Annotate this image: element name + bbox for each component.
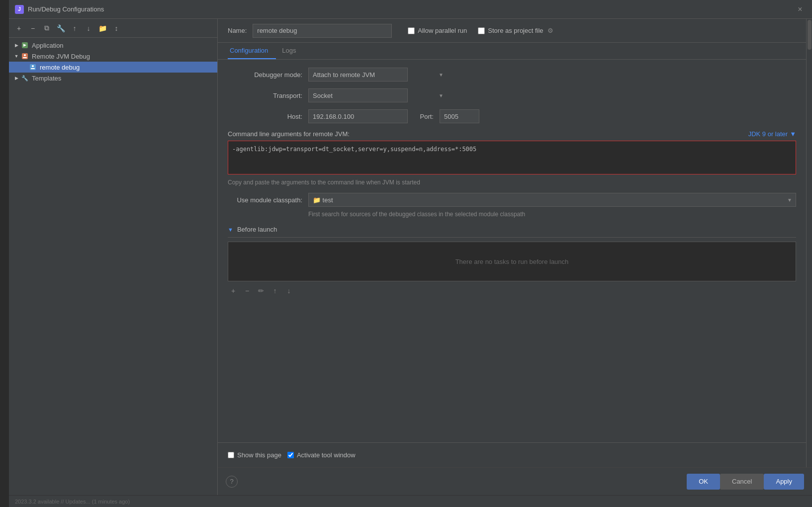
dialog-title: Run/Debug Configurations bbox=[28, 5, 794, 13]
wrench-icon: 🔧 bbox=[57, 24, 65, 32]
config-tree: ▶ Application ▼ bbox=[9, 38, 217, 495]
up-arrow-icon: ↑ bbox=[73, 24, 77, 32]
help-button[interactable]: ? bbox=[226, 476, 238, 488]
sort-button[interactable]: ↕ bbox=[110, 22, 122, 34]
dialog-footer: ? OK Cancel Apply bbox=[218, 467, 812, 495]
run-debug-dialog: J Run/Debug Configurations × + − ⧉ 🔧 bbox=[9, 0, 812, 507]
titlebar: J Run/Debug Configurations × bbox=[9, 0, 812, 19]
plus-icon: + bbox=[17, 24, 21, 32]
before-launch-arrow-icon[interactable]: ▼ bbox=[228, 227, 233, 233]
debugger-mode-row: Debugger mode: Attach to remote JVM List… bbox=[228, 68, 796, 82]
folder-icon: 📁 bbox=[98, 24, 107, 32]
empty-chevron bbox=[21, 64, 28, 71]
host-input[interactable] bbox=[308, 109, 408, 123]
remote-debug-icon bbox=[29, 63, 37, 71]
right-scrollbar[interactable] bbox=[806, 19, 812, 467]
svg-point-3 bbox=[24, 54, 26, 56]
cmd-args-textarea[interactable]: -agentlib:jdwp=transport=dt_socket,serve… bbox=[228, 141, 796, 174]
debugger-mode-select[interactable]: Attach to remote JVM Listen to remote JV… bbox=[308, 68, 408, 82]
cmd-args-hint: Copy and paste the arguments to the comm… bbox=[228, 179, 796, 186]
move-up-button[interactable]: ↑ bbox=[69, 22, 81, 34]
activate-window-container: Activate tool window bbox=[287, 451, 356, 459]
show-page-checkbox[interactable] bbox=[228, 452, 234, 458]
tree-toolbar: + − ⧉ 🔧 ↑ ↓ 📁 bbox=[9, 19, 217, 38]
before-launch-header: ▼ Before launch bbox=[228, 226, 796, 238]
before-launch-area: There are no tasks to run before launch bbox=[228, 242, 796, 281]
before-launch-title: Before launch bbox=[237, 226, 277, 233]
module-classpath-label: Use module classpath: bbox=[228, 196, 302, 204]
tab-logs[interactable]: Logs bbox=[280, 43, 304, 59]
store-project-gear-icon[interactable]: ⚙ bbox=[547, 27, 553, 34]
module-select-wrapper: 📁 test ▼ bbox=[308, 193, 796, 207]
app-icon: J bbox=[15, 5, 24, 14]
before-launch-up-button[interactable]: ↑ bbox=[270, 285, 280, 296]
apply-button[interactable]: Apply bbox=[764, 474, 804, 490]
module-classpath-hint: First search for sources of the debugged… bbox=[308, 210, 796, 219]
before-launch-add-button[interactable]: + bbox=[228, 285, 239, 296]
copy-icon: ⧉ bbox=[44, 24, 49, 32]
application-label: Application bbox=[32, 42, 64, 49]
host-port-row: Host: Port: bbox=[228, 109, 796, 123]
transport-wrapper: Socket Shared memory ▼ bbox=[308, 88, 448, 102]
sort-icon: ↕ bbox=[115, 24, 118, 32]
svg-rect-7 bbox=[31, 68, 35, 69]
main-content: + − ⧉ 🔧 ↑ ↓ 📁 bbox=[9, 19, 812, 495]
remote-debug-label: remote debug bbox=[40, 64, 80, 71]
ok-button[interactable]: OK bbox=[687, 474, 720, 490]
chevron-right-icon: ▶ bbox=[13, 42, 20, 49]
application-icon bbox=[21, 41, 29, 49]
name-input[interactable] bbox=[253, 24, 392, 38]
allow-parallel-container: Allow parallel run bbox=[408, 27, 467, 34]
bottom-checkboxes-bar: Show this page Activate tool window bbox=[218, 442, 806, 467]
transport-row: Transport: Socket Shared memory ▼ bbox=[228, 88, 796, 102]
scrollbar-thumb bbox=[808, 20, 812, 50]
before-launch-edit-button[interactable]: ✏ bbox=[256, 285, 267, 296]
show-page-container: Show this page bbox=[228, 451, 281, 459]
allow-parallel-checkbox[interactable] bbox=[408, 27, 415, 34]
allow-parallel-label: Allow parallel run bbox=[418, 27, 467, 34]
name-label: Name: bbox=[228, 27, 247, 34]
before-launch-section: ▼ Before launch There are no tasks to ru… bbox=[228, 226, 796, 296]
before-launch-remove-button[interactable]: − bbox=[242, 285, 253, 296]
host-label: Host: bbox=[228, 113, 302, 120]
cmd-args-section: Command line arguments for remote JVM: J… bbox=[228, 130, 796, 186]
tree-item-application[interactable]: ▶ Application bbox=[9, 40, 217, 51]
before-launch-down-button[interactable]: ↓ bbox=[283, 285, 294, 296]
chevron-down-icon: ▼ bbox=[13, 53, 20, 60]
templates-icon: 🔧 bbox=[21, 74, 29, 82]
status-text: 2023.3.2 available // Updates... (1 minu… bbox=[15, 499, 130, 505]
tree-item-templates[interactable]: ▶ 🔧 Templates bbox=[9, 73, 217, 84]
status-bar: 2023.3.2 available // Updates... (1 minu… bbox=[9, 495, 812, 507]
jdk-selector[interactable]: JDK 9 or later ▼ bbox=[748, 130, 796, 138]
debugger-mode-arrow-icon: ▼ bbox=[439, 72, 444, 78]
port-label: Port: bbox=[414, 113, 434, 120]
copy-config-button[interactable]: ⧉ bbox=[41, 22, 53, 34]
transport-label: Transport: bbox=[228, 92, 302, 99]
module-classpath-select[interactable]: 📁 test bbox=[308, 193, 796, 207]
port-input[interactable] bbox=[440, 109, 479, 123]
jdk-arrow-icon: ▼ bbox=[790, 130, 796, 138]
before-launch-toolbar: + − ✏ ↑ ↓ bbox=[228, 285, 796, 296]
tree-item-remote-jvm[interactable]: ▼ Remote JVM Debug bbox=[9, 51, 217, 62]
store-project-container: Store as project file ⚙ bbox=[478, 27, 553, 34]
store-project-checkbox[interactable] bbox=[478, 27, 485, 34]
move-down-button[interactable]: ↓ bbox=[83, 22, 94, 34]
remove-config-button[interactable]: − bbox=[27, 22, 39, 34]
folder-button[interactable]: 📁 bbox=[96, 22, 108, 34]
transport-select[interactable]: Socket Shared memory bbox=[308, 88, 408, 102]
add-config-button[interactable]: + bbox=[13, 22, 25, 34]
transport-arrow-icon: ▼ bbox=[439, 93, 444, 98]
module-classpath-row: Use module classpath: 📁 test ▼ bbox=[228, 193, 796, 207]
name-bar: Name: Allow parallel run Store as projec… bbox=[218, 19, 806, 43]
close-button[interactable]: × bbox=[794, 3, 806, 15]
store-project-label: Store as project file bbox=[488, 27, 543, 34]
tree-item-remote-debug[interactable]: remote debug bbox=[9, 62, 217, 73]
tab-configuration[interactable]: Configuration bbox=[228, 43, 276, 59]
cmd-args-label: Command line arguments for remote JVM: bbox=[228, 130, 350, 138]
settings-button[interactable]: 🔧 bbox=[55, 22, 67, 34]
cancel-button[interactable]: Cancel bbox=[720, 474, 764, 490]
activate-window-checkbox[interactable] bbox=[287, 452, 294, 458]
activate-window-label: Activate tool window bbox=[297, 451, 356, 459]
right-panel: Name: Allow parallel run Store as projec… bbox=[218, 19, 812, 495]
tabs-bar: Configuration Logs bbox=[218, 43, 806, 60]
